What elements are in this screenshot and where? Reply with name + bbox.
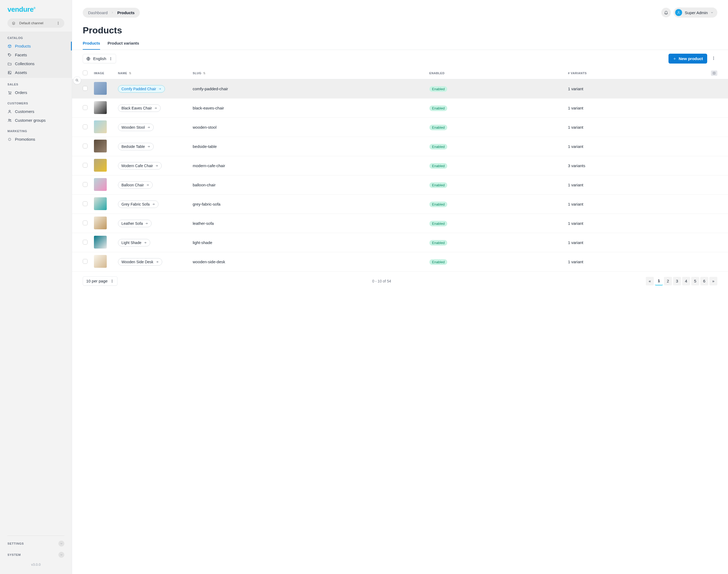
product-thumbnail xyxy=(94,255,107,268)
product-name: Bedside Table xyxy=(121,145,145,149)
product-name-chip[interactable]: Leather Sofa xyxy=(118,220,152,227)
section-sales: SALES xyxy=(0,78,72,88)
table-row[interactable]: Black Eaves Chairblack-eaves-chairEnable… xyxy=(72,98,728,118)
svg-point-17 xyxy=(713,58,714,58)
table-row[interactable]: Balloon Chairballoon-chairEnabled1 varia… xyxy=(72,175,728,195)
bell-icon xyxy=(664,10,668,15)
row-checkbox[interactable] xyxy=(83,240,88,245)
row-checkbox[interactable] xyxy=(83,144,88,149)
page-4[interactable]: 4 xyxy=(682,277,690,285)
product-name-chip[interactable]: Wooden Stool xyxy=(118,124,154,131)
sidebar-item-customers[interactable]: Customers xyxy=(0,107,72,116)
column-header-variants[interactable]: # VARIANTS xyxy=(565,67,708,79)
row-checkbox[interactable] xyxy=(83,163,88,168)
toolbar-more-button[interactable] xyxy=(710,54,717,63)
search-button[interactable] xyxy=(73,76,81,84)
variant-count: 1 variant xyxy=(568,144,583,149)
svg-point-14 xyxy=(111,58,111,59)
row-checkbox[interactable] xyxy=(83,105,88,110)
product-name: Light Shade xyxy=(121,241,141,245)
product-name-chip[interactable]: Grey Fabric Sofa xyxy=(118,201,159,208)
row-checkbox[interactable] xyxy=(83,86,88,91)
user-icon xyxy=(677,11,681,14)
product-thumbnail xyxy=(94,197,107,210)
notifications-button[interactable] xyxy=(661,8,671,17)
status-badge: Enabled xyxy=(429,86,447,92)
sidebar-item-customer-groups[interactable]: Customer groups xyxy=(0,116,72,125)
page-5[interactable]: 5 xyxy=(691,277,699,285)
table-row[interactable]: Leather Sofaleather-sofaEnabled1 variant xyxy=(72,214,728,233)
row-checkbox[interactable] xyxy=(83,220,88,225)
svg-point-5 xyxy=(9,72,9,72)
page-1[interactable]: 1 xyxy=(655,277,663,285)
select-all-checkbox[interactable] xyxy=(83,71,88,75)
table-row[interactable]: Wooden Side Deskwooden-side-deskEnabled1… xyxy=(72,252,728,272)
row-checkbox[interactable] xyxy=(83,182,88,187)
package-icon xyxy=(7,44,12,48)
variant-count: 1 variant xyxy=(568,259,583,264)
pagination-range: 0 - 10 of 54 xyxy=(372,279,391,283)
channel-selector[interactable]: Default channel xyxy=(7,18,64,28)
page-3[interactable]: 3 xyxy=(673,277,681,285)
sidebar-system-toggle[interactable]: SYSTEM xyxy=(0,549,72,560)
sidebar-item-assets[interactable]: Assets xyxy=(0,68,72,77)
sidebar-item-promotions[interactable]: Promotions xyxy=(0,135,72,144)
product-name-chip[interactable]: Wooden Side Desk xyxy=(118,258,162,265)
column-header-name[interactable]: NAME⇅ xyxy=(115,67,189,79)
breadcrumb-dashboard[interactable]: Dashboard xyxy=(88,10,108,15)
sidebar-item-collections[interactable]: Collections xyxy=(0,59,72,68)
breadcrumb-products[interactable]: Products xyxy=(117,10,134,15)
svg-point-18 xyxy=(713,59,714,60)
product-name-chip[interactable]: Bedside Table xyxy=(118,143,154,150)
user-menu[interactable]: Super Admin xyxy=(674,7,717,17)
product-slug: leather-sofa xyxy=(193,221,214,226)
table-row[interactable]: Comfy Padded Chaircomfy-padded-chairEnab… xyxy=(72,79,728,98)
table-row[interactable]: Bedside Tablebedside-tableEnabled1 varia… xyxy=(72,137,728,156)
sidebar-item-label: Promotions xyxy=(15,137,35,141)
avatar xyxy=(675,9,682,16)
row-checkbox[interactable] xyxy=(83,259,88,264)
arrow-right-icon xyxy=(146,183,149,187)
column-header-slug[interactable]: SLUG⇅ xyxy=(189,67,426,79)
section-customers: CUSTOMERS xyxy=(0,97,72,107)
page-prev[interactable]: « xyxy=(646,277,654,285)
svg-point-13 xyxy=(111,57,111,58)
page-6[interactable]: 6 xyxy=(700,277,708,285)
product-name-chip[interactable]: Light Shade xyxy=(118,239,150,246)
new-product-button[interactable]: New product xyxy=(669,54,707,64)
sidebar-item-products[interactable]: Products xyxy=(0,42,72,50)
sparkle-icon xyxy=(7,137,12,141)
sidebar-settings-toggle[interactable]: SETTINGS xyxy=(0,538,72,549)
product-name: Leather Sofa xyxy=(121,221,143,226)
product-name-chip[interactable]: Black Eaves Chair xyxy=(118,105,161,112)
arrow-right-icon xyxy=(155,164,158,167)
product-name-chip[interactable]: Comfy Padded Chair xyxy=(118,85,165,93)
product-name-chip[interactable]: Balloon Chair xyxy=(118,181,153,189)
arrow-right-icon xyxy=(158,87,162,90)
folder-icon xyxy=(7,62,12,66)
sidebar-item-label: Products xyxy=(15,44,31,48)
user-icon xyxy=(7,110,12,114)
product-thumbnail xyxy=(94,216,107,229)
sidebar-item-orders[interactable]: Orders xyxy=(0,88,72,97)
row-checkbox[interactable] xyxy=(83,201,88,206)
page-next[interactable]: » xyxy=(709,277,717,285)
page-2[interactable]: 2 xyxy=(664,277,672,285)
sort-icon: ⇅ xyxy=(129,72,132,75)
table-row[interactable]: Modern Cafe Chairmodern-cafe-chairEnable… xyxy=(72,156,728,175)
product-name-chip[interactable]: Modern Cafe Chair xyxy=(118,162,162,169)
table-row[interactable]: Wooden Stoolwooden-stoolEnabled1 variant xyxy=(72,118,728,137)
table-row[interactable]: Grey Fabric Sofagrey-fabric-sofaEnabled1… xyxy=(72,195,728,214)
per-page-selector[interactable]: 10 per page xyxy=(83,276,118,286)
column-header-enabled[interactable]: ENABLED xyxy=(426,67,565,79)
tab-product-variants[interactable]: Product variants xyxy=(108,41,139,50)
tab-products[interactable]: Products xyxy=(83,41,100,50)
columns-toggle-button[interactable] xyxy=(711,71,717,76)
language-selector[interactable]: English xyxy=(83,54,116,63)
product-slug: comfy-padded-chair xyxy=(193,86,228,91)
language-label: English xyxy=(93,56,106,61)
row-checkbox[interactable] xyxy=(83,124,88,129)
table-row[interactable]: Light Shadelight-shadeEnabled1 variant xyxy=(72,233,728,252)
sidebar-item-facets[interactable]: Facets xyxy=(0,50,72,59)
status-badge: Enabled xyxy=(429,106,447,111)
